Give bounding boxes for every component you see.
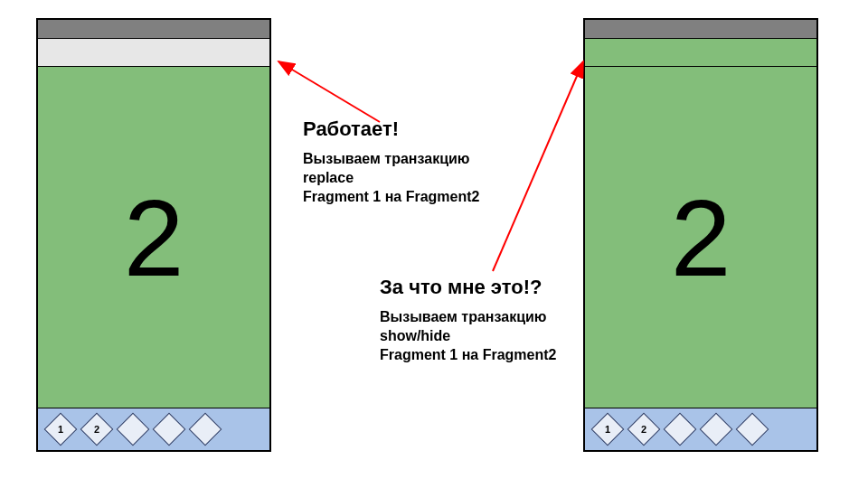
- title-bar: [585, 38, 816, 66]
- nav-item-5[interactable]: [736, 413, 769, 446]
- nav-item-1[interactable]: 1: [44, 413, 78, 446]
- nav-item-4[interactable]: [700, 413, 733, 446]
- fragment-content: 2: [38, 66, 269, 408]
- nav-item-2[interactable]: 2: [80, 413, 114, 446]
- fragment-number: 2: [124, 175, 184, 300]
- bottom-nav: 1 2: [585, 408, 816, 450]
- annotation-body: Вызываем транзакцию show/hide Fragment 1…: [380, 308, 615, 364]
- annotation-heading: Работает!: [303, 117, 538, 141]
- phone-frame-right: 2 1 2: [583, 18, 818, 452]
- nav-item-4[interactable]: [153, 413, 186, 446]
- annotation-showhide: За что мне это!? Вызываем транзакцию sho…: [380, 276, 615, 364]
- fragment-content: 2: [585, 66, 816, 408]
- nav-item-5[interactable]: [189, 413, 222, 446]
- phone-frame-left: 2 1 2: [36, 18, 271, 452]
- nav-item-2[interactable]: 2: [627, 413, 661, 446]
- annotation-replace: Работает! Вызываем транзакцию replace Fr…: [303, 117, 538, 206]
- nav-item-3[interactable]: [117, 413, 150, 446]
- annotation-body: Вызываем транзакцию replace Fragment 1 н…: [303, 150, 538, 206]
- status-bar: [38, 20, 269, 38]
- annotation-heading: За что мне это!?: [380, 276, 615, 299]
- status-bar: [585, 20, 816, 38]
- fragment-number: 2: [671, 175, 731, 300]
- bottom-nav: 1 2: [38, 408, 269, 450]
- title-bar: [38, 38, 269, 66]
- arrow-replace-icon: [278, 61, 380, 122]
- nav-item-1[interactable]: 1: [591, 413, 625, 446]
- nav-item-3[interactable]: [664, 413, 697, 446]
